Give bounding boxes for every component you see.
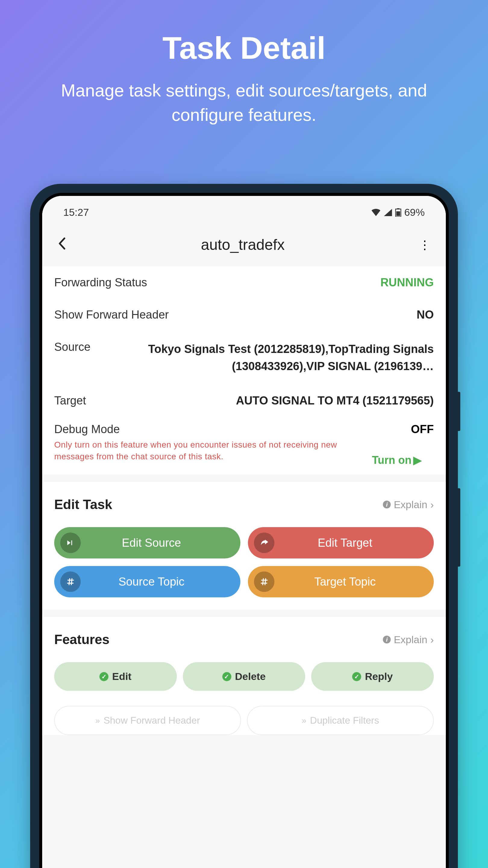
chevron-right-icon: › (430, 634, 434, 646)
check-icon: ✓ (352, 672, 361, 681)
content: Forwarding Status RUNNING Show Forward H… (42, 267, 446, 735)
duplicate-filters-chip[interactable]: » Duplicate Filters (247, 706, 434, 735)
bottom-chips: » Show Forward Header » Duplicate Filter… (42, 697, 446, 735)
battery-icon (395, 208, 401, 217)
dots-vertical-icon: ⋮ (419, 242, 431, 248)
features-title: Features (54, 632, 109, 647)
source-row[interactable]: Source Tokyo Signals Test (2012285819),T… (42, 331, 446, 384)
double-chevron-icon: » (302, 716, 307, 725)
explain-label: Explain (394, 499, 427, 510)
promo-subtitle: Manage task settings, edit sources/targe… (24, 78, 464, 127)
debug-mode-label: Debug Mode (54, 423, 120, 436)
show-forward-header-value: NO (417, 308, 434, 321)
forwarding-status-row[interactable]: Forwarding Status RUNNING (42, 267, 446, 299)
double-chevron-icon: » (95, 716, 100, 725)
target-value: AUTO SIGNAL TO MT4 (1521179565) (236, 394, 434, 407)
debug-mode-section: Debug Mode OFF Only turn on this feature… (42, 417, 446, 474)
feature-delete-label: Delete (235, 671, 266, 682)
features-header: Features i Explain › (42, 617, 446, 656)
promo-header: Task Detail Manage task settings, edit s… (0, 0, 488, 145)
page-title: auto_tradefx (201, 236, 285, 253)
status-time: 15:27 (63, 207, 89, 218)
phone-side-button (458, 488, 460, 567)
chevron-right-icon: › (430, 499, 434, 510)
promo-title: Task Detail (24, 30, 464, 66)
svg-rect-1 (397, 208, 399, 210)
edit-source-button[interactable]: Edit Source (54, 527, 240, 558)
feature-reply-label: Reply (365, 671, 393, 682)
status-icons: 69% (371, 207, 425, 218)
feature-edit-label: Edit (112, 671, 131, 682)
phone-side-button (458, 392, 460, 431)
edit-target-button[interactable]: Edit Target (248, 527, 434, 558)
explain-link[interactable]: i Explain › (383, 499, 434, 510)
show-forward-header-chip[interactable]: » Show Forward Header (54, 706, 241, 735)
phone-frame: 15:27 69% auto_tradefx ⋮ (30, 184, 458, 868)
explain-link[interactable]: i Explain › (383, 634, 434, 646)
show-forward-header-label: Show Forward Header (54, 308, 169, 321)
feature-edit-chip[interactable]: ✓ Edit (54, 662, 177, 691)
more-menu-button[interactable]: ⋮ (416, 238, 434, 252)
show-forward-header-row[interactable]: Show Forward Header NO (42, 299, 446, 331)
wifi-icon (371, 209, 381, 216)
back-button[interactable] (54, 233, 70, 256)
debug-mode-hint: Only turn on this feature when you encou… (54, 439, 339, 462)
feature-delete-chip[interactable]: ✓ Delete (183, 662, 305, 691)
source-topic-button[interactable]: Source Topic (54, 566, 240, 597)
forwarding-status-label: Forwarding Status (54, 276, 147, 289)
feature-chips: ✓ Edit ✓ Delete ✓ Reply (42, 656, 446, 697)
target-topic-button[interactable]: Target Topic (248, 566, 434, 597)
edit-task-buttons: Edit Source Edit Target Source Topic (42, 521, 446, 603)
show-forward-header-chip-label: Show Forward Header (104, 715, 200, 726)
hash-icon (60, 571, 81, 592)
feature-reply-chip[interactable]: ✓ Reply (311, 662, 434, 691)
forwarding-status-value: RUNNING (381, 276, 434, 289)
svg-rect-2 (396, 211, 400, 216)
info-icon: i (383, 636, 391, 644)
play-icon: ▶ (413, 454, 422, 467)
edit-target-label: Edit Target (274, 536, 428, 550)
signal-icon (384, 209, 392, 216)
target-label: Target (54, 394, 86, 407)
edit-source-label: Edit Source (81, 536, 234, 550)
chevron-left-icon (57, 238, 67, 250)
check-icon: ✓ (99, 672, 108, 681)
explain-label: Explain (394, 634, 427, 646)
source-value: Tokyo Signals Test (2012285819),TopTradi… (99, 341, 434, 375)
edit-source-icon (60, 532, 81, 553)
divider (42, 474, 446, 482)
battery-percent: 69% (404, 207, 425, 218)
turn-on-label: Turn on (372, 454, 412, 467)
edit-target-icon (254, 532, 274, 553)
source-topic-label: Source Topic (81, 575, 234, 588)
target-row[interactable]: Target AUTO SIGNAL TO MT4 (1521179565) (42, 384, 446, 417)
source-label: Source (54, 341, 90, 353)
turn-on-button[interactable]: Turn on ▶ (372, 454, 422, 467)
target-topic-label: Target Topic (274, 575, 428, 588)
check-icon: ✓ (222, 672, 231, 681)
edit-task-header: Edit Task i Explain › (42, 482, 446, 521)
hash-icon (254, 571, 274, 592)
app-header: auto_tradefx ⋮ (42, 224, 446, 267)
status-bar: 15:27 69% (42, 196, 446, 224)
divider (42, 610, 446, 617)
duplicate-filters-chip-label: Duplicate Filters (310, 715, 379, 726)
edit-task-title: Edit Task (54, 497, 112, 512)
debug-mode-value: OFF (411, 423, 434, 436)
info-icon: i (383, 501, 391, 508)
